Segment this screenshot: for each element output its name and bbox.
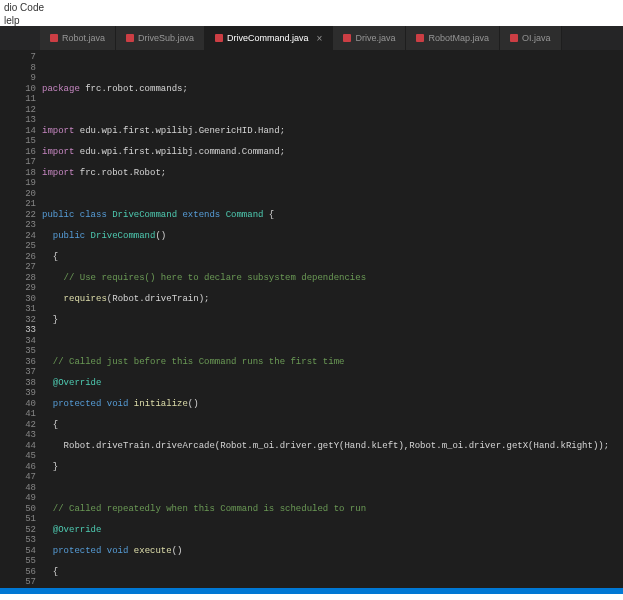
tab-label: DriveCommand.java: [227, 33, 309, 43]
tab-label: RobotMap.java: [428, 33, 489, 43]
java-icon: [126, 34, 134, 42]
editor-body: 7891011121314151617181920212223242526272…: [0, 50, 623, 588]
tab-label: Robot.java: [62, 33, 105, 43]
java-icon: [343, 34, 351, 42]
tab-drive[interactable]: Drive.java: [333, 26, 406, 50]
gutter-margin: [0, 50, 14, 588]
menu-help[interactable]: lelp: [4, 15, 20, 26]
window-title-bar: dio Code: [0, 0, 623, 14]
line-number-gutter: 7891011121314151617181920212223242526272…: [14, 50, 42, 588]
java-icon: [416, 34, 424, 42]
java-icon: [50, 34, 58, 42]
tab-robot[interactable]: Robot.java: [40, 26, 116, 50]
menu-bar[interactable]: lelp: [0, 14, 623, 26]
tab-label: DriveSub.java: [138, 33, 194, 43]
tab-drivesub[interactable]: DriveSub.java: [116, 26, 205, 50]
window-title: dio Code: [4, 2, 44, 13]
close-icon[interactable]: ×: [317, 33, 323, 44]
tab-robotmap[interactable]: RobotMap.java: [406, 26, 500, 50]
tab-drivecommand[interactable]: DriveCommand.java×: [205, 26, 333, 50]
tab-label: OI.java: [522, 33, 551, 43]
tab-oi[interactable]: OI.java: [500, 26, 562, 50]
java-icon: [215, 34, 223, 42]
java-icon: [510, 34, 518, 42]
tabs-bar: Robot.java DriveSub.java DriveCommand.ja…: [0, 26, 623, 50]
editor-area: Robot.java DriveSub.java DriveCommand.ja…: [0, 26, 623, 594]
status-bar[interactable]: [0, 588, 623, 594]
tab-label: Drive.java: [355, 33, 395, 43]
code-content[interactable]: package frc.robot.commands; import edu.w…: [42, 50, 623, 588]
